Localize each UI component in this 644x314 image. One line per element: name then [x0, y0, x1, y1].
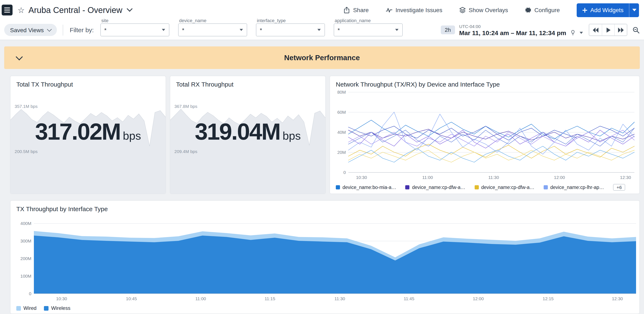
saved-views-dropdown[interactable]: Saved Views [4, 24, 57, 36]
section-title: Network Performance [4, 53, 640, 62]
tx-value: 317.02M [35, 118, 120, 145]
legend-swatch-icon [44, 306, 49, 310]
legend-swatch-icon [474, 185, 478, 190]
x-tick-label: 11:30 [488, 175, 499, 180]
chevron-down-icon [580, 32, 583, 34]
show-overlays-label: Show Overlays [469, 7, 508, 14]
rx-max-label: 367.8M bps [174, 104, 198, 109]
fast-forward-button[interactable] [614, 24, 627, 36]
show-overlays-icon [459, 7, 466, 14]
x-tick-label: 12:00 [473, 296, 484, 301]
x-tick-label: 11:00 [195, 296, 206, 301]
pin-button[interactable] [570, 30, 576, 36]
chevron-down-icon [632, 9, 636, 11]
filter-field-label: interface_type [257, 18, 286, 23]
play-button[interactable] [602, 24, 614, 36]
y-tick-label: 80M [337, 90, 346, 94]
add-widgets-split-button: Add Widgets [576, 3, 639, 17]
legend-label: device_name:cp-dfw-a… [481, 185, 534, 190]
configure-label: Configure [534, 7, 560, 14]
filter-dropdown[interactable]: device_name * [178, 24, 247, 36]
legend-item[interactable]: Wireless [44, 305, 70, 311]
device-line-chart-plot [348, 92, 634, 173]
filter-dropdown[interactable]: application_name * [334, 24, 403, 36]
rx-value: 319.04M [195, 118, 280, 145]
zoom-out-icon [632, 26, 640, 34]
y-tick-label: 400M [20, 221, 31, 226]
y-axis-tick-labels: 400M300M200M100M0 [10, 223, 31, 294]
y-tick-label: 0 [29, 291, 31, 296]
legend-item[interactable]: device_name:cp-lhr-ap… [544, 185, 604, 190]
dropdown-caret-icon [395, 29, 398, 31]
x-tick-label: 12:30 [612, 296, 623, 301]
filter-dropdown[interactable]: interface_type * [256, 24, 325, 36]
duration-chip[interactable]: 2h [440, 26, 455, 34]
legend-item[interactable]: device_name:bo-mia-a… [336, 185, 396, 190]
legend-item[interactable]: Wired [16, 305, 36, 311]
y-tick-label: 0 [343, 170, 346, 175]
filter-dropdown[interactable]: site * [100, 24, 169, 36]
header-actions: Share Investigate Issues Show Overlays C… [327, 3, 639, 17]
x-tick-label: 11:30 [334, 296, 345, 301]
tx-max-label: 357.1M bps [15, 104, 38, 109]
filter-field-label: device_name [179, 18, 206, 23]
filter-bar: Saved Views Filter by: site * device_nam… [0, 20, 644, 40]
legend-swatch-icon [16, 306, 21, 310]
widget-title: TX Throughput by Interface Type [16, 205, 108, 212]
configure-button[interactable]: Configure [525, 7, 560, 14]
total-rx-throughput-card: Total RX Throughput 367.8M bps 209.4M bp… [170, 76, 326, 194]
investigate-issues-button[interactable]: Investigate Issues [385, 7, 442, 14]
device-chart-legend: device_name:bo-mia-a… device_name:cp-dfw… [336, 184, 625, 191]
legend-swatch-icon [336, 185, 340, 190]
y-tick-label: 300M [20, 238, 31, 243]
legend-label: device_name:bo-mia-a… [342, 185, 396, 190]
legend-item[interactable]: device_name:cp-dfw-a… [474, 185, 534, 190]
widget-title: Total RX Throughput [176, 81, 234, 88]
timezone-label: UTC-04:00 [459, 24, 583, 29]
filter-field-value: * [338, 26, 395, 33]
add-widgets-button[interactable]: Add Widgets [576, 3, 629, 17]
y-tick-label: 100M [20, 274, 31, 278]
dashboard-content: Network Performance Total TX Throughput … [0, 40, 644, 314]
time-range-dropdown-button[interactable] [580, 32, 583, 34]
chevron-down-icon [47, 27, 52, 32]
zoom-out-button[interactable] [632, 26, 640, 34]
legend-item[interactable]: device_name:cp-dfw-a… [406, 185, 465, 190]
dropdown-caret-icon [240, 29, 243, 31]
legend-label: Wired [24, 305, 36, 311]
y-tick-label: 40M [337, 130, 346, 135]
interface-chart-legend: Wired Wireless [16, 305, 70, 311]
pin-icon [570, 30, 576, 36]
filter-field-value: * [182, 26, 240, 33]
widget-row-1: Total TX Throughput 357.1M bps 200.5M bp… [10, 76, 640, 194]
filter-field-value: * [260, 26, 318, 33]
tx-big-value: 317.02Mbps [10, 118, 166, 145]
widget-title: Total TX Throughput [16, 81, 73, 88]
dropdown-caret-icon [318, 29, 321, 31]
hamburger-menu-button[interactable] [2, 4, 12, 16]
favorite-star-icon[interactable]: ☆ [18, 6, 25, 14]
legend-overflow-chip[interactable]: +6 [613, 184, 625, 191]
legend-swatch-icon [544, 185, 548, 190]
x-tick-label: 11:45 [404, 296, 414, 301]
time-range-block: UTC-04:00 Mar 11, 10:24 am – Mar 11, 12:… [459, 24, 583, 36]
legend-label: Wireless [51, 305, 70, 311]
show-overlays-button[interactable]: Show Overlays [459, 7, 508, 14]
investigate-issues-icon [385, 7, 392, 13]
add-widgets-dropdown-button[interactable] [629, 3, 639, 17]
playback-button-group [589, 24, 627, 36]
filter-by-label: Filter by: [70, 26, 94, 34]
share-button[interactable]: Share [344, 6, 369, 14]
plus-icon [582, 7, 587, 13]
rewind-button[interactable] [589, 24, 602, 36]
legend-label: device_name:cp-lhr-ap… [550, 185, 604, 190]
interface-area-chart-plot [34, 223, 636, 294]
y-tick-label: 60M [337, 110, 346, 114]
x-tick-label: 10:30 [56, 296, 67, 301]
title-chevron-down-icon[interactable] [126, 6, 132, 12]
tx-min-label: 200.5M bps [15, 149, 38, 154]
x-tick-label: 12:00 [554, 175, 565, 180]
share-icon [344, 6, 350, 14]
top-bar: ☆ Aruba Central - Overview Share Investi… [0, 0, 644, 20]
gear-icon [525, 7, 532, 14]
